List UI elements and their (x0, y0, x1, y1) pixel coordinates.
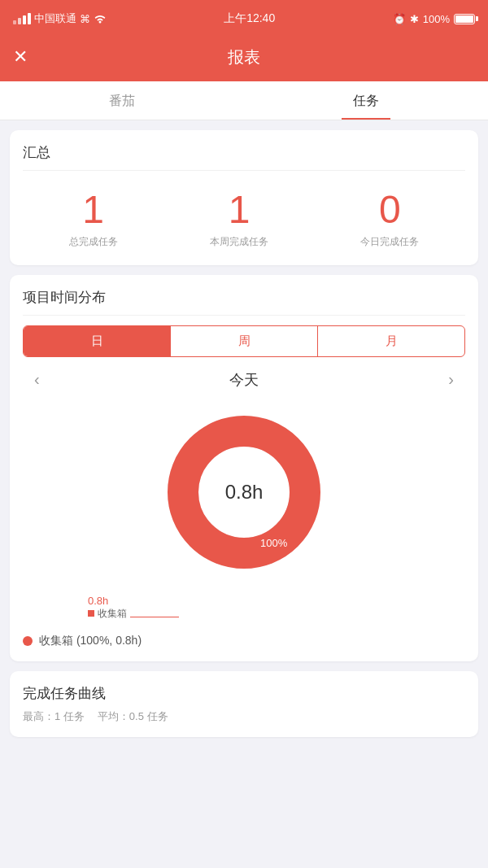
task-curve-title: 完成任务曲线 (23, 684, 465, 703)
prev-arrow[interactable]: ‹ (26, 370, 48, 389)
distribution-card: 项目时间分布 日 周 月 ‹ 今天 › (10, 275, 478, 661)
stat-week-label: 本周完成任务 (210, 235, 268, 249)
stat-today-label: 今日完成任务 (360, 235, 419, 249)
summary-stats: 1 总完成任务 1 本周完成任务 0 今日完成任务 (23, 181, 465, 252)
close-button[interactable]: ✕ (13, 48, 28, 66)
battery-icon (454, 14, 475, 24)
stat-total: 1 总完成任务 (69, 189, 118, 249)
task-curve-card: 完成任务曲线 最高：1 任务 平均：0.5 任务 (10, 671, 478, 737)
status-bar: 中国联通 ⌘ 上午12:40 ⏰ ✱ 100% (0, 0, 488, 36)
donut-value: 0.8h (225, 481, 264, 503)
task-curve-max: 最高：1 任务 (23, 709, 85, 724)
stat-total-label: 总完成任务 (69, 235, 118, 249)
carrier-label: 中国联通 (34, 11, 76, 26)
app-header: ✕ 报表 (0, 36, 488, 81)
signal-icon (13, 13, 31, 24)
current-date: 今天 (229, 370, 259, 390)
next-arrow[interactable]: › (440, 370, 462, 389)
tab-task[interactable]: 任务 (244, 81, 488, 120)
wifi-icon: ⌘ (80, 13, 107, 25)
stat-today-value: 0 (360, 189, 419, 232)
donut-percent-label: 100% (260, 537, 287, 549)
tab-bar: 番茄 任务 (0, 81, 488, 120)
annotation-value: 0.8h (88, 595, 108, 607)
donut-center: 0.8h (225, 481, 264, 504)
annotation-line (130, 617, 179, 617)
chart-container: 0.8h 100% (23, 403, 465, 582)
alarm-icon: ⏰ (393, 13, 406, 25)
status-time: 上午12:40 (224, 11, 275, 26)
date-nav: ‹ 今天 › (23, 370, 465, 390)
main-content: 汇总 1 总完成任务 1 本周完成任务 0 今日完成任务 项目时间分布 日 (0, 120, 488, 747)
battery-label: 100% (423, 13, 450, 25)
period-week[interactable]: 周 (171, 326, 318, 356)
chart-legend: 收集箱 (100%, 0.8h) (23, 634, 465, 648)
stat-total-value: 1 (69, 189, 118, 232)
summary-title: 汇总 (23, 143, 465, 171)
stat-week: 1 本周完成任务 (210, 189, 268, 249)
summary-card: 汇总 1 总完成任务 1 本周完成任务 0 今日完成任务 (10, 130, 478, 265)
status-right: ⏰ ✱ 100% (393, 13, 475, 25)
period-day[interactable]: 日 (24, 326, 171, 356)
tab-tomato[interactable]: 番茄 (0, 81, 244, 120)
annotation-dot (88, 610, 94, 617)
period-month[interactable]: 月 (318, 326, 464, 356)
legend-dot (23, 636, 33, 646)
bluetooth-icon: ✱ (410, 13, 419, 25)
stat-week-value: 1 (210, 189, 268, 232)
distribution-title: 项目时间分布 (23, 288, 465, 316)
period-selector: 日 周 月 (23, 325, 465, 357)
annotation-label: 收集箱 (98, 607, 127, 621)
chart-annotation: 0.8h 收集箱 (88, 595, 465, 621)
page-title: 报表 (228, 46, 260, 68)
stat-today: 0 今日完成任务 (360, 189, 419, 249)
legend-text: 收集箱 (100%, 0.8h) (39, 634, 142, 648)
task-curve-avg: 平均：0.5 任务 (98, 709, 168, 724)
donut-chart: 0.8h 100% (163, 411, 325, 574)
status-left: 中国联通 ⌘ (13, 11, 107, 26)
